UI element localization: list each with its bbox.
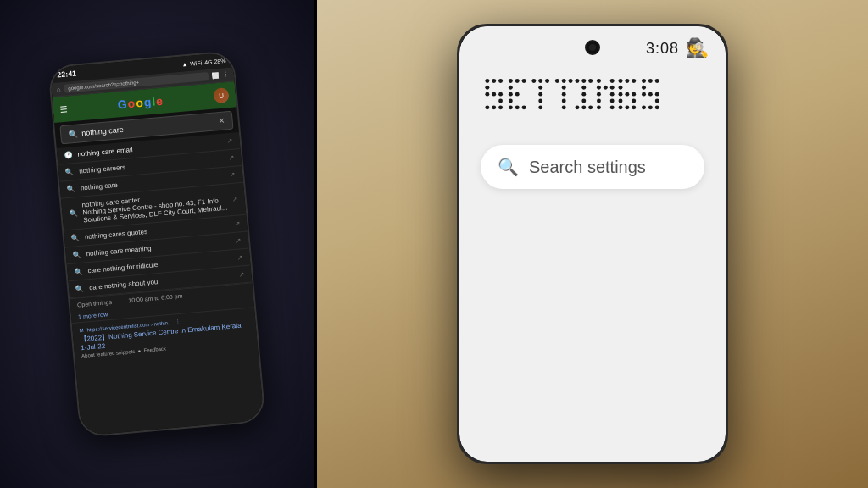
phone-left: 22:41 ▲ WiFi 4G 28% ⌂ google.com/search?…: [47, 50, 266, 437]
search-icon: 🔍: [68, 130, 78, 139]
svg-point-7: [498, 99, 503, 103]
svg-point-4: [485, 92, 489, 97]
search-settings-text[interactable]: Search settings: [529, 158, 646, 177]
svg-point-41: [575, 105, 579, 109]
search-query[interactable]: nothing care: [81, 118, 214, 138]
svg-point-13: [522, 79, 526, 83]
svg-point-47: [604, 86, 608, 90]
camera-lens: [589, 44, 596, 51]
svg-point-37: [588, 79, 593, 83]
svg-point-5: [492, 92, 496, 97]
open-timings-value: 10:00 am to 6:00 pm: [128, 293, 183, 304]
svg-point-30: [569, 79, 573, 83]
svg-point-69: [655, 79, 659, 83]
arrow-icon: ↗: [230, 171, 236, 180]
svg-point-75: [642, 105, 646, 109]
right-panel: 3:08 🕵: [317, 0, 868, 488]
arrow-icon: ↗: [236, 253, 243, 262]
svg-point-57: [632, 79, 636, 83]
svg-point-51: [597, 99, 601, 103]
svg-point-54: [610, 105, 615, 109]
svg-point-25: [538, 92, 542, 97]
svg-point-39: [581, 92, 586, 97]
search-icon: 🔍: [75, 285, 85, 293]
arrow-icon: ↗: [236, 236, 242, 245]
arrow-icon: ↗: [238, 270, 245, 279]
svg-point-1: [492, 79, 496, 83]
svg-point-46: [597, 86, 601, 90]
svg-point-9: [492, 105, 496, 109]
svg-point-20: [522, 105, 526, 109]
svg-point-11: [509, 79, 513, 83]
svg-point-8: [485, 105, 489, 109]
svg-point-56: [625, 79, 629, 83]
phone-body: 3:08 🕵: [457, 24, 728, 464]
punch-hole-camera: [587, 42, 598, 53]
arrow-icon: ↗: [231, 195, 238, 203]
svg-point-34: [562, 105, 566, 109]
home-icon: ⌂: [56, 86, 61, 93]
svg-point-48: [610, 86, 615, 90]
google-logo: Google: [117, 94, 164, 112]
svg-point-68: [648, 79, 653, 83]
search-icon: 🔍: [72, 251, 81, 259]
svg-point-6: [498, 92, 503, 97]
svg-point-67: [642, 79, 646, 83]
svg-point-77: [655, 105, 659, 109]
svg-point-61: [632, 92, 636, 97]
svg-point-65: [625, 105, 629, 109]
svg-point-52: [610, 99, 615, 103]
svg-point-74: [655, 99, 659, 103]
svg-point-16: [515, 92, 520, 97]
clear-icon[interactable]: ✕: [218, 116, 225, 125]
svg-point-3: [485, 86, 489, 90]
svg-point-44: [597, 79, 601, 83]
search-icon: 🔍: [74, 268, 83, 276]
dot-matrix-title: [476, 77, 714, 124]
svg-point-43: [588, 105, 593, 109]
svg-point-64: [619, 105, 623, 109]
arrow-icon: ↗: [228, 154, 235, 163]
suggestions-list: 🕐 nothing care email ↗ 🔍 nothing careers…: [57, 132, 264, 436]
svg-point-29: [562, 79, 566, 83]
search-icon: 🔍: [67, 185, 76, 193]
svg-point-19: [515, 105, 520, 109]
svg-point-0: [485, 79, 489, 83]
svg-point-49: [597, 92, 601, 97]
user-avatar[interactable]: U: [213, 87, 230, 104]
svg-point-28: [555, 79, 559, 83]
svg-point-31: [562, 86, 566, 90]
svg-point-33: [562, 99, 566, 103]
svg-point-23: [545, 79, 549, 83]
svg-point-42: [581, 105, 586, 109]
svg-point-76: [648, 105, 653, 109]
svg-point-26: [538, 99, 542, 103]
svg-point-38: [581, 86, 586, 90]
open-timings-label: Open timings: [77, 299, 113, 308]
search-settings-bar[interactable]: 🔍 Search settings: [481, 145, 704, 189]
svg-point-17: [509, 99, 513, 103]
status-icons: ▲ WiFi 4G 28%: [181, 58, 226, 68]
time-display: 3:08: [646, 40, 679, 58]
svg-point-70: [642, 86, 646, 90]
svg-point-59: [619, 92, 623, 97]
svg-point-60: [625, 92, 629, 97]
svg-point-66: [632, 105, 636, 109]
search-icon: 🔍: [69, 209, 78, 218]
status-info: 3:08 🕵: [646, 37, 709, 59]
arrow-icon: ↗: [226, 137, 233, 146]
panel-divider: [314, 0, 317, 488]
hamburger-icon[interactable]: ☰: [59, 104, 68, 114]
svg-point-53: [597, 105, 601, 109]
svg-point-2: [498, 79, 503, 83]
svg-point-55: [619, 79, 623, 83]
svg-point-62: [619, 99, 623, 103]
result-menu-icon: ⋮: [175, 319, 181, 324]
status-time: 22:41: [57, 69, 77, 80]
tabs-icon: ⬜: [212, 72, 220, 80]
wifi-icon: WiFi: [190, 59, 203, 66]
svg-point-36: [581, 79, 586, 83]
history-icon: 🕐: [64, 151, 73, 159]
incognito-icon: 🕵: [686, 37, 709, 59]
search-icon: 🔍: [65, 168, 75, 176]
